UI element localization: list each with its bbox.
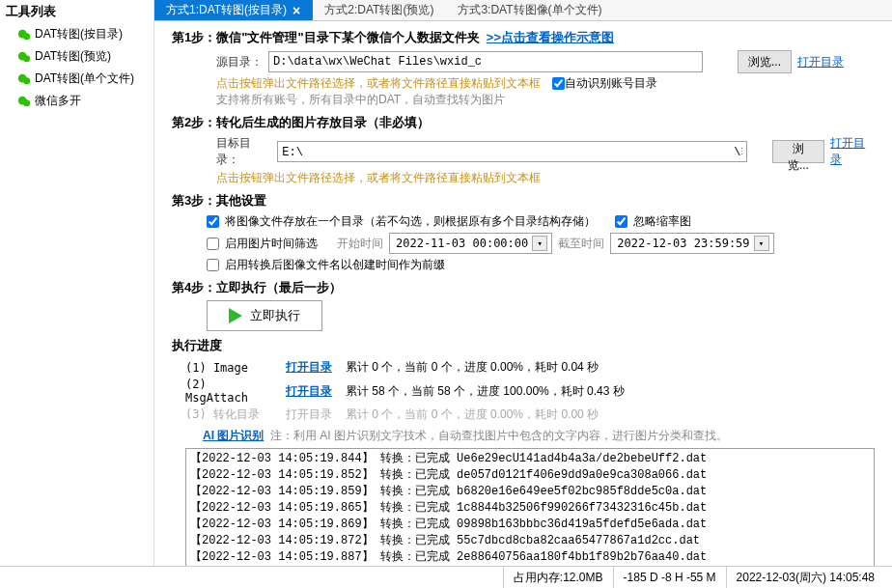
browse-button[interactable]: 浏览... [738,50,792,73]
ai-recognize-link[interactable]: AI 图片识别 [203,429,264,442]
start-time-label: 开始时间 [337,236,383,252]
step3: 第3步：其他设置 将图像文件存放在一个目录（若不勾选，则根据原有多个目录结构存储… [172,192,875,273]
step1-title: 第1步：微信"文件管理"目录下某个微信个人数据文件夹 >>点击查看操作示意图 [172,29,875,46]
sidebar-item-label: DAT转图(单个文件) [35,70,134,87]
close-icon[interactable]: × [293,4,300,17]
source-dir-input[interactable] [268,51,703,72]
start-time-input[interactable]: 2022-11-03 00:00:00▾ [389,233,552,254]
progress-section: 执行进度 (1) Image 打开目录 累计 0 个，当前 0 个，进度 0.0… [172,337,875,566]
svg-point-1 [23,33,30,40]
svg-point-5 [23,77,30,84]
progress-list: (1) Image 打开目录 累计 0 个，当前 0 个，进度 0.00%，耗时… [185,358,875,444]
ignore-thumb-label: 忽略缩率图 [633,213,691,230]
step4: 第4步：立即执行（最后一步） 立即执行 [172,279,875,331]
wechat-icon [17,28,31,42]
sidebar-item-label: DAT转图(按目录) [35,26,123,42]
sidebar-header: 工具列表 [0,0,153,23]
end-time-input[interactable]: 2022-12-03 23:59:59▾ [610,233,773,254]
auto-detect-label: 自动识别账号目录 [565,75,657,92]
sidebar: 工具列表 DAT转图(按目录) DAT转图(预览) DAT转图(单个文件) 微信… [0,0,154,566]
status-countdown: -185 D -8 H -55 M [613,567,726,588]
sidebar-item-dat-single[interactable]: DAT转图(单个文件) [0,68,153,90]
open-dir-link-2[interactable]: 打开目录 [830,135,875,168]
step2: 第2步：转化后生成的图片存放目录（非必填） 目标目录： 浏览... 打开目录 点… [172,114,875,186]
tab-method1[interactable]: 方式1:DAT转图(按目录) × [154,0,313,20]
status-bar: 占用内存:12.0MB -185 D -8 H -55 M 2022-12-03… [0,566,892,588]
browse-button-2[interactable]: 浏览... [772,140,824,163]
progress-row-msgattach: (2) MsgAttach 打开目录 累计 58 个，当前 58 个，进度 10… [185,377,875,406]
status-memory: 占用内存:12.0MB [503,567,613,588]
step4-title: 第4步：立即执行（最后一步） [172,279,875,296]
auto-detect-checkbox[interactable] [552,77,565,90]
sidebar-item-label: 微信多开 [35,93,81,109]
progress-stats: 累计 0 个，当前 0 个，进度 0.00%，耗时 0.04 秒 [346,359,599,376]
step1: 第1步：微信"文件管理"目录下某个微信个人数据文件夹 >>点击查看操作示意图 源… [172,29,875,108]
target-dir-input[interactable] [277,141,747,162]
log-output[interactable]: 【2022-12-03 14:05:19.844】 转换：已完成 Ue6e29e… [185,448,875,566]
time-filter-checkbox[interactable] [207,238,219,250]
filename-prefix-label: 启用转换后图像文件名以创建时间作为前缀 [225,257,445,273]
play-icon [229,308,242,323]
sidebar-item-multi-open[interactable]: 微信多开 [0,90,153,112]
progress-stats: 累计 0 个，当前 0 个，进度 0.00%，耗时 0.00 秒 [346,406,599,423]
open-dir-link-disabled: 打开目录 [286,406,332,423]
ignore-thumb-checkbox[interactable] [615,215,627,228]
progress-row-image: (1) Image 打开目录 累计 0 个，当前 0 个，进度 0.00%，耗时… [185,358,875,377]
time-filter-label: 启用图片时间筛选 [225,236,318,252]
hint-text-2: 点击按钮弹出文件路径选择，或者将文件路径直接粘贴到文本框 [216,170,875,186]
tab-method3[interactable]: 方式3:DAT转图像(单个文件) [446,0,614,20]
open-dir-link[interactable]: 打开目录 [286,359,332,376]
execute-label: 立即执行 [250,307,300,324]
progress-stats: 累计 58 个，当前 58 个，进度 100.00%，耗时 0.43 秒 [346,383,625,400]
single-dir-checkbox[interactable] [207,215,219,228]
status-datetime: 2022-12-03(周六) 14:05:48 [726,567,884,588]
panel: 第1步：微信"文件管理"目录下某个微信个人数据文件夹 >>点击查看操作示意图 源… [154,21,892,566]
tab-method2[interactable]: 方式2:DAT转图(预览) [313,0,446,20]
src-label: 源目录： [216,54,263,70]
calendar-icon[interactable]: ▾ [754,236,769,251]
execute-button[interactable]: 立即执行 [207,300,322,331]
calendar-icon[interactable]: ▾ [532,236,547,251]
end-time-label: 截至时间 [558,236,604,252]
wechat-icon [17,95,31,108]
svg-point-7 [23,99,30,106]
tab-label: 方式1:DAT转图(按目录) [166,2,287,18]
single-dir-label: 将图像文件存放在一个目录（若不勾选，则根据原有多个目录结构存储） [225,213,596,230]
demo-link[interactable]: >>点击查看操作示意图 [487,30,614,44]
filename-prefix-checkbox[interactable] [207,259,219,271]
main-content: 方式1:DAT转图(按目录) × 方式2:DAT转图(预览) 方式3:DAT转图… [154,0,892,566]
tabbar: 方式1:DAT转图(按目录) × 方式2:DAT转图(预览) 方式3:DAT转图… [154,0,892,21]
wechat-icon [17,50,31,64]
hint-text: 点击按钮弹出文件路径选择，或者将文件路径直接粘贴到文本框 [216,75,541,92]
open-dir-link[interactable]: 打开目录 [286,383,332,400]
ai-note: 注：利用 AI 图片识别文字技术，自动查找图片中包含的文字内容，进行图片分类和查… [270,429,728,442]
tab-label: 方式2:DAT转图(预览) [324,2,433,18]
step2-title: 第2步：转化后生成的图片存放目录（非必填） [172,114,875,131]
progress-row-convert: (3) 转化目录 打开目录 累计 0 个，当前 0 个，进度 0.00%，耗时 … [185,406,875,424]
dst-label: 目标目录： [216,135,271,168]
progress-title: 执行进度 [172,337,875,354]
sidebar-item-dat-preview[interactable]: DAT转图(预览) [0,45,153,68]
subhint-text: 支持将所有账号，所有目录中的DAT，自动查找转为图片 [216,92,875,108]
sidebar-item-dat-dir[interactable]: DAT转图(按目录) [0,23,153,45]
wechat-icon [17,72,31,86]
sidebar-item-label: DAT转图(预览) [35,48,111,65]
tab-label: 方式3:DAT转图像(单个文件) [458,2,601,18]
open-dir-link[interactable]: 打开目录 [797,54,844,70]
svg-point-3 [23,55,30,62]
step3-title: 第3步：其他设置 [172,192,875,210]
